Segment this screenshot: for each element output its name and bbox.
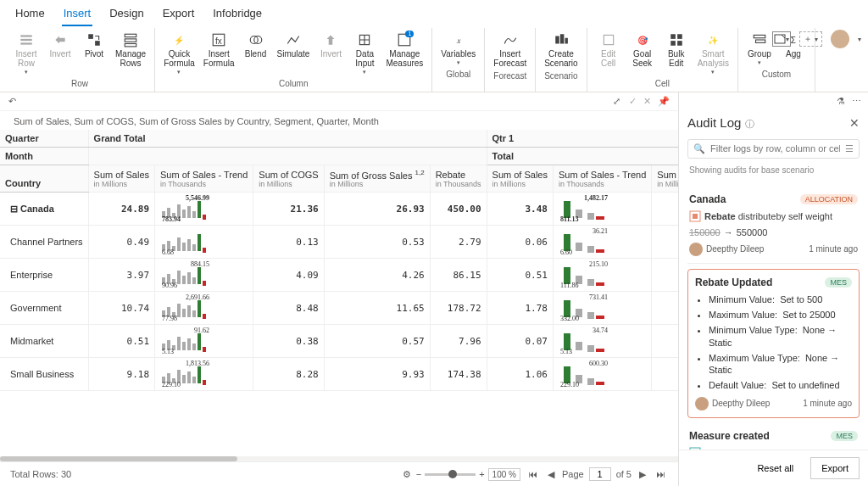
svg-rect-94 [182,375,186,383]
log-card-measure-created[interactable]: Measure created MES Rebate [687,423,860,450]
col-total: Total [487,147,678,165]
svg-rect-62 [587,279,594,286]
dim-country: Country [0,165,88,193]
col-gross-g[interactable]: Sum of Gross Sales 1,2in Millions [324,165,430,193]
pin-icon[interactable]: 📌 [658,96,670,107]
table-row[interactable]: Government10.742,691.6677.988.4811.65178… [0,292,678,325]
manage-rows-button[interactable]: Manage Rows [112,30,149,70]
measure-icon [689,210,701,222]
audit-close-icon[interactable]: ✕ [849,116,860,130]
ribbon-group-custom-label: Custom [762,69,791,81]
svg-rect-21 [677,41,682,46]
user-avatar[interactable] [831,30,849,48]
svg-rect-23 [755,40,765,42]
svg-rect-50 [596,249,604,253]
svg-rect-37 [596,216,604,220]
svg-rect-2 [20,42,32,44]
smart-analysis-button[interactable]: ✨Smart Analysis▾ [694,30,732,78]
log-bullet: Minimum Value Type: None → Static [709,324,852,349]
col-rebate-g[interactable]: Rebatein Thousands [430,165,487,193]
svg-rect-6 [125,39,136,42]
grid-subtitle: Sum of Sales, Sum of COGS, Sum of Gross … [0,111,678,130]
tab-insert[interactable]: Insert [62,3,93,26]
more-icon[interactable]: ⋯ [852,96,861,107]
insert-row-button[interactable]: Insert Row▾ [10,30,42,78]
quick-formula-button[interactable]: ⚡Quick Formula▾ [160,30,198,78]
table-row[interactable]: Channel Partners0.496.680.130.532.790.06… [0,226,678,259]
insert-forecast-button[interactable]: Insert Forecast [490,30,530,70]
goal-seek-button[interactable]: 🎯Goal Seek [626,30,659,70]
svg-rect-68 [182,309,186,317]
group-button[interactable]: Group▾ [743,30,776,69]
ribbon-group-global-label: Global [446,69,470,81]
table-row[interactable]: ⊟ Canada24.895,546.99783.9421.3626.93450… [0,193,678,226]
table-row[interactable]: Small Business9.181,813.56229.108.289.93… [0,358,678,391]
page-current-input[interactable] [589,467,611,481]
export-button[interactable]: Export [810,457,860,479]
svg-rect-49 [587,246,594,253]
manage-measures-button[interactable]: 1Manage Measures [382,30,426,70]
col-sales-q[interactable]: Sum of Salesin Millions [487,165,553,193]
table-row[interactable]: Midmarket0.5191.625.130.380.577.960.0734… [0,325,678,358]
edit-cell-button[interactable]: Edit Cell [593,30,625,70]
col-cogs-g[interactable]: Sum of COGSin Millions [253,165,324,193]
create-scenario-button[interactable]: Create Scenario [541,30,581,70]
close-icon[interactable]: ✕ [643,96,651,107]
data-input-button[interactable]: Data Input▾ [348,30,381,78]
insert-formula-button[interactable]: fxInsert Formula [200,30,238,70]
check-icon[interactable]: ✓ [629,96,637,107]
zoom-slider[interactable] [425,473,476,476]
svg-rect-104 [693,214,698,219]
filter-lines-icon[interactable]: ☰ [845,143,854,154]
col-trend-g[interactable]: Sum of Sales - Trendin Thousands [155,165,253,193]
svg-rect-19 [677,34,682,39]
ribbon-group-scenario-label: Scenario [544,70,577,82]
log-card-allocation[interactable]: Canada ALLOCATION Rebate distributeby se… [687,187,860,264]
col-grand-total: Grand Total [88,130,487,148]
page-prev-button[interactable]: ◀ [545,469,557,480]
col-sales-g[interactable]: Sum of Salesin Millions [88,165,154,193]
svg-rect-54 [177,271,181,284]
audit-search[interactable]: 🔍 ☰ [687,139,860,159]
tab-infobridge[interactable]: Infobridge [211,3,264,26]
col-cogs-q[interactable]: Sum of COGSin Millions [652,165,678,193]
svg-rect-30 [187,206,191,218]
reset-all-button[interactable]: Reset all [747,457,804,479]
svg-rect-89 [596,349,604,352]
pivot-button[interactable]: Pivot [78,30,110,61]
svg-rect-14 [555,36,559,44]
info-icon[interactable]: ⓘ [745,119,754,129]
pivot-table[interactable]: Quarter Grand Total Qtr 1 Month Total Co… [0,130,678,392]
filter-icon[interactable]: ⚗ [837,96,845,107]
simulate-button[interactable]: Simulate [274,30,314,61]
audit-subtitle: Showing audits for base scenario [679,162,868,182]
total-rows-label: Total Rows: 30 [10,469,71,479]
zoom-in-button[interactable]: + [479,469,484,479]
bulk-edit-button[interactable]: Bulk Edit [660,30,693,70]
invert-column-button[interactable]: Invert [314,30,347,61]
col-qtr1: Qtr 1 [487,130,678,148]
page-last-button[interactable]: ⏭ [654,469,668,479]
blend-button[interactable]: Blend [240,30,272,61]
audit-search-input[interactable] [710,143,840,154]
page-first-button[interactable]: ⏮ [526,469,540,479]
zoom-out-button[interactable]: − [416,469,421,479]
variables-button[interactable]: 𝑥Variables▾ [437,30,479,69]
table-row[interactable]: Enterprise3.97884.1590.964.094.2686.150.… [0,259,678,292]
note-icon[interactable]: ▾ [772,31,791,47]
tab-design[interactable]: Design [108,3,145,26]
add-plus-icon[interactable]: ＋ ▾ [799,31,822,47]
svg-rect-71 [198,300,201,317]
gear-icon[interactable]: ⚙ [403,469,411,480]
page-next-button[interactable]: ▶ [637,469,648,480]
dim-quarter: Quarter [0,130,88,148]
col-trend-q[interactable]: Sum of Sales - Trendin Thousands [553,165,651,193]
log-card-rebate-updated[interactable]: Rebate Updated MES Minimum Value: Set to… [687,269,860,418]
invert-row-button[interactable]: Invert [44,30,76,61]
tab-export[interactable]: Export [161,3,197,26]
svg-rect-16 [565,38,567,44]
expand-icon[interactable]: ⤢ [613,96,620,107]
undo-icon[interactable]: ↶ [8,96,16,107]
tab-home[interactable]: Home [14,3,47,26]
h-scrollbar[interactable] [0,456,678,461]
